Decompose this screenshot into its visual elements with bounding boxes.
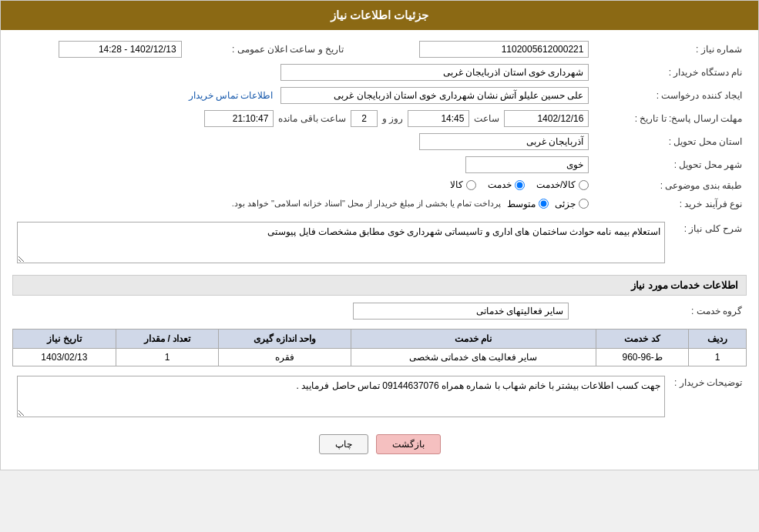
need-desc-textarea: [17, 222, 665, 263]
col-code: کد خدمت: [596, 329, 688, 348]
province-label: استان محل تحویل :: [593, 130, 747, 153]
deadline-days-label: روز و: [382, 113, 403, 124]
deadline-date: 1402/12/16: [504, 110, 589, 127]
back-button[interactable]: بازگشت: [376, 434, 441, 454]
need-desc-label: شرح کلی نیاز :: [670, 219, 747, 269]
deadline-remaining: 21:10:47: [204, 110, 274, 127]
buyer-org-value: شهرداری خوی استان اذربایجان غربی: [280, 64, 589, 81]
table-row: 1ط-96-960سایر فعالیت های خدماتی شخصیفقره…: [13, 348, 747, 366]
province-value: آذربایجان غربی: [419, 133, 589, 150]
service-group-label: گروه خدمت :: [573, 299, 747, 323]
buyer-notes-label: توضیحات خریدار :: [670, 373, 747, 423]
deadline-time-label: ساعت: [474, 113, 499, 124]
process-motavasset[interactable]: متوسط: [507, 199, 549, 209]
col-unit: واحد اندازه گیری: [219, 329, 351, 348]
col-row: ردیف: [689, 329, 747, 348]
buyer-org-label: نام دستگاه خریدار :: [593, 61, 747, 84]
need-number-label: شماره نیاز :: [593, 38, 747, 61]
col-name: نام خدمت: [351, 329, 596, 348]
print-button[interactable]: چاپ: [319, 434, 368, 454]
deadline-days: 2: [351, 110, 378, 127]
announce-date-label: تاریخ و ساعت اعلان عمومی :: [186, 38, 359, 61]
service-group-value: سایر فعالیتهای خدماتی: [353, 303, 569, 320]
deadline-label: مهلت ارسال پاسخ: تا تاریخ :: [593, 107, 747, 130]
category-khedmat[interactable]: خدمت: [488, 179, 525, 190]
need-number-value: 1102005612000221: [419, 41, 589, 58]
process-label: نوع فرآیند خرید :: [593, 196, 747, 212]
process-jazei[interactable]: جزئی: [555, 199, 589, 209]
city-value: خوی: [465, 156, 589, 173]
col-qty: تعداد / مقدار: [116, 329, 219, 348]
creator-label: ایجاد کننده درخواست :: [593, 84, 747, 107]
buyer-notes-textarea: [17, 376, 665, 417]
deadline-time: 14:45: [408, 110, 469, 127]
page-title: جزئیات اطلاعات نیاز: [1, 1, 758, 30]
deadline-remaining-label: ساعت باقی مانده: [278, 113, 346, 124]
process-desc: پرداخت تمام یا بخشی از مبلغ خریدار از مح…: [232, 199, 502, 209]
announce-date-value: 1402/12/13 - 14:28: [59, 41, 182, 58]
col-date: تاریخ نیاز: [13, 329, 116, 348]
services-table: ردیف کد خدمت نام خدمت واحد اندازه گیری ت…: [12, 329, 747, 366]
footer-buttons: بازگشت چاپ: [12, 434, 747, 454]
city-label: شهر محل تحویل :: [593, 153, 747, 176]
contact-link[interactable]: اطلاعات تماس خریدار: [189, 90, 274, 101]
creator-value: علی حسین علیلو آتش نشان شهرداری خوی استا…: [280, 87, 589, 104]
category-kala-khedmat[interactable]: کالا/خدمت: [536, 179, 589, 190]
category-label: طبقه بندی موضوعی :: [593, 176, 747, 196]
services-section-header: اطلاعات خدمات مورد نیاز: [12, 275, 747, 296]
category-kala[interactable]: کالا: [450, 179, 476, 190]
